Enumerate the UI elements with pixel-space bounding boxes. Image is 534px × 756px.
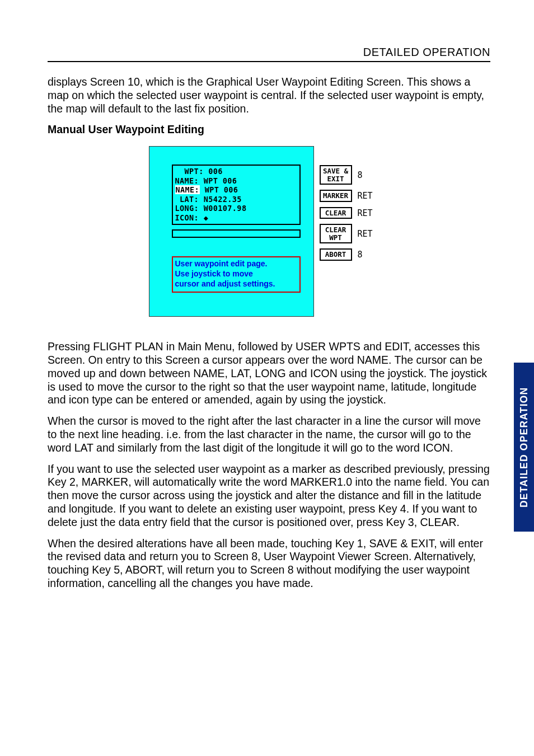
lcd-long-line: LONG: W00107.98 xyxy=(175,204,297,213)
intro-paragraph: displays Screen 10, which is the Graphic… xyxy=(48,76,490,115)
lcd-lat-line: LAT: N5422.35 xyxy=(175,195,297,204)
header-rule xyxy=(48,61,490,62)
marker-button[interactable]: MARKER xyxy=(320,190,352,202)
paragraph-4: When the desired alterations have all be… xyxy=(48,537,490,590)
softkey-return-3: RET xyxy=(358,208,373,218)
paragraph-1: Pressing FLIGHT PLAN in Main Menu, follo… xyxy=(48,340,490,407)
paragraph-2: When the cursor is moved to the right af… xyxy=(48,415,490,454)
abort-button[interactable]: ABORT xyxy=(320,248,352,261)
section-heading: Manual User Waypoint Editing xyxy=(48,123,490,136)
lcd-wpt-line: WPT: 006 xyxy=(175,167,297,176)
softkey-return-5: 8 xyxy=(358,250,363,260)
softkey-row-2: MARKER RET xyxy=(320,190,390,202)
header-section-label: DETAILED OPERATION xyxy=(48,46,490,59)
softkey-row-5: ABORT 8 xyxy=(320,248,390,261)
lcd-name2-value: WPT 006 xyxy=(200,185,238,194)
softkey-row-1: SAVE & EXIT 8 xyxy=(320,165,390,185)
softkey-return-2: RET xyxy=(358,191,373,201)
softkey-return-4: RET xyxy=(358,229,373,239)
softkey-return-1: 8 xyxy=(358,170,363,180)
lcd-help-line1: User waypoint edit page. xyxy=(175,259,297,269)
paragraph-3: If you want to use the selected user way… xyxy=(48,463,490,529)
lcd-name-line: NAME: WPT 006 xyxy=(175,176,297,185)
softkey-row-3: CLEAR RET xyxy=(320,207,390,219)
save-exit-button[interactable]: SAVE & EXIT xyxy=(320,165,352,185)
clear-wpt-button[interactable]: CLEAR WPT xyxy=(320,224,352,243)
lcd-name2-line: NAME: WPT 006 xyxy=(175,185,297,194)
softkey-row-4: CLEAR WPT RET xyxy=(320,224,390,243)
lcd-help-box: User waypoint edit page. Use joystick to… xyxy=(172,256,301,293)
lcd-help-line3: cursor and adjust settings. xyxy=(175,279,297,289)
lcd-screen: WPT: 006 NAME: WPT 006 NAME: WPT 006 LAT… xyxy=(149,146,314,317)
side-tab: DETAILED OPERATION xyxy=(514,363,534,532)
lcd-name2-label-highlight: NAME: xyxy=(175,185,200,194)
softkey-column: SAVE & EXIT 8 MARKER RET CLEAR RET CLEAR… xyxy=(314,146,390,317)
clear-button[interactable]: CLEAR xyxy=(320,207,352,219)
lcd-cursor-row xyxy=(172,229,301,238)
lcd-help-line2: Use joystick to move xyxy=(175,269,297,279)
figure-container: WPT: 006 NAME: WPT 006 NAME: WPT 006 LAT… xyxy=(48,146,490,317)
lcd-icon-line: ICON: ◆ xyxy=(175,213,297,222)
lcd-data-box: WPT: 006 NAME: WPT 006 NAME: WPT 006 LAT… xyxy=(172,165,301,225)
